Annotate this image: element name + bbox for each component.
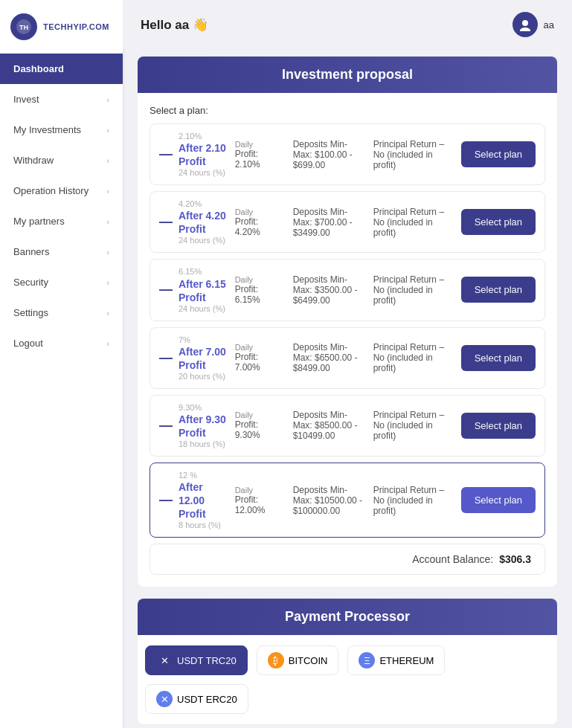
- usdt-trc20-icon: ✕: [156, 652, 173, 669]
- plan-principal: Principal Return – No (included in profi…: [373, 342, 455, 373]
- plan-pct: 12 %: [179, 471, 229, 480]
- sidebar-item-settings[interactable]: Settings ›: [0, 297, 123, 328]
- plan-daily: Daily Profit: 12.00%: [235, 486, 287, 515]
- main-content: Hello aa 👋 aa Investment proposal Select…: [123, 0, 572, 728]
- plan-deposits: Deposits Min- Max: $8500.00 - $10499.00: [293, 410, 367, 441]
- bitcoin-icon: ₿: [268, 652, 284, 669]
- payment-methods: ✕ USDT TRC20 ₿ BITCOIN Ξ ETHEREUM ✕ USDT…: [138, 635, 557, 724]
- plan-pct: 7%: [179, 335, 229, 345]
- plan-hours: 8 hours (%): [179, 521, 229, 529]
- plan-principal: Principal Return – No (included in profi…: [373, 410, 455, 441]
- sidebar-item-my-investments[interactable]: My Investments ›: [0, 115, 123, 145]
- chevron-icon: ›: [106, 95, 109, 104]
- topbar-user: aa: [512, 12, 554, 37]
- chevron-icon: ›: [106, 156, 109, 165]
- sidebar-item-logout[interactable]: Logout ›: [0, 328, 123, 358]
- chevron-icon: ›: [106, 187, 109, 196]
- plan-deposits: Deposits Min- Max: $3500.00 - $6499.00: [293, 274, 367, 306]
- sidebar-logo: TH TECHHYIP.COM: [0, 0, 123, 54]
- plan-hours: 20 hours (%): [179, 372, 229, 381]
- payment-method-usdt-trc20[interactable]: ✕ USDT TRC20: [145, 645, 248, 675]
- sidebar: TH TECHHYIP.COM Dashboard Invest › My In…: [0, 0, 123, 728]
- plan-principal: Principal Return – No (included in profi…: [373, 485, 455, 516]
- sidebar-item-dashboard[interactable]: Dashboard: [0, 54, 123, 84]
- plan-daily: Daily Profit: 6.15%: [235, 275, 287, 305]
- plan-row: — 7% After 7.00 Profit 20 hours (%) Dail…: [150, 327, 545, 389]
- plan-pct: 4.20%: [179, 199, 229, 209]
- plan-row: — 4.20% After 4.20 Profit 24 hours (%) D…: [150, 191, 545, 253]
- chevron-icon: ›: [106, 126, 109, 135]
- payment-method-label: ETHEREUM: [379, 655, 434, 666]
- svg-point-2: [522, 20, 528, 26]
- topbar-greeting: Hello aa 👋: [141, 17, 208, 33]
- account-balance-value: $306.3: [499, 553, 531, 565]
- payment-method-label: USDT ERC20: [177, 694, 237, 705]
- plan-pct: 2.10%: [179, 132, 229, 141]
- plan-info: 9.30% After 9.30 Profit 18 hours (%): [179, 403, 229, 448]
- select-plan-button-3[interactable]: Select plan: [461, 277, 536, 303]
- chevron-icon: ›: [106, 278, 109, 287]
- logo-text: TECHHYIP.COM: [43, 22, 109, 31]
- plan-profit: After 7.00 Profit: [179, 345, 229, 372]
- plan-deposits: Deposits Min- Max: $6500.00 - $8499.00: [293, 342, 367, 373]
- chevron-icon: ›: [106, 339, 109, 348]
- plan-dash: —: [159, 282, 173, 297]
- plan-deposits: Deposits Min- Max: $100.00 - $699.00: [293, 139, 367, 170]
- select-plan-label: Select a plan:: [150, 105, 545, 116]
- select-plan-button-1[interactable]: Select plan: [461, 141, 536, 167]
- payment-method-bitcoin[interactable]: ₿ BITCOIN: [257, 645, 339, 675]
- sidebar-nav: Dashboard Invest › My Investments › With…: [0, 54, 123, 728]
- payment-method-ethereum[interactable]: Ξ ETHEREUM: [347, 645, 445, 675]
- sidebar-item-operation-history[interactable]: Operation History ›: [0, 175, 123, 206]
- plan-daily: Daily Profit: 7.00%: [235, 343, 287, 373]
- svg-text:TH: TH: [19, 24, 28, 31]
- plan-profit: After 2.10 Profit: [179, 141, 229, 168]
- plan-dash: —: [159, 350, 173, 366]
- plan-hours: 24 hours (%): [179, 236, 229, 245]
- payment-method-usdt-erc20[interactable]: ✕ USDT ERC20: [145, 684, 248, 714]
- payment-processor-header: Payment Processor: [138, 599, 557, 635]
- investment-proposal-header: Investment proposal: [138, 57, 557, 93]
- plan-deposits: Deposits Min- Max: $10500.00 - $100000.0…: [293, 485, 367, 516]
- plan-daily: Daily Profit: 9.30%: [235, 410, 287, 440]
- select-plan-button-4[interactable]: Select plan: [461, 345, 536, 371]
- investment-proposal-section: Investment proposal Select a plan: — 2.1…: [138, 57, 557, 587]
- plan-principal: Principal Return – No (included in profi…: [373, 207, 455, 238]
- plan-profit: After 4.20 Profit: [179, 209, 229, 236]
- page-content: Investment proposal Select a plan: — 2.1…: [123, 49, 572, 728]
- ethereum-icon: Ξ: [359, 652, 375, 669]
- user-avatar: [512, 12, 538, 37]
- plan-dash: —: [159, 492, 173, 508]
- select-plan-button-2[interactable]: Select plan: [461, 209, 536, 235]
- plan-dash: —: [159, 418, 173, 434]
- plan-row: — 2.10% After 2.10 Profit 24 hours (%) D…: [150, 123, 545, 185]
- plan-principal: Principal Return – No (included in profi…: [373, 274, 455, 306]
- sidebar-item-invest[interactable]: Invest ›: [0, 84, 123, 115]
- plan-dash: —: [159, 214, 173, 230]
- plan-info: 7% After 7.00 Profit 20 hours (%): [179, 335, 229, 381]
- sidebar-item-banners[interactable]: Banners ›: [0, 236, 123, 267]
- select-plan-button-6[interactable]: Select plan: [461, 487, 536, 513]
- sidebar-item-my-partners[interactable]: My partners ›: [0, 206, 123, 236]
- sidebar-item-withdraw[interactable]: Withdraw ›: [0, 145, 123, 175]
- plan-hours: 18 hours (%): [179, 439, 229, 448]
- plan-profit: After 9.30 Profit: [179, 413, 229, 439]
- account-balance-label: Account Balance:: [412, 553, 493, 565]
- usdt-erc20-icon: ✕: [156, 691, 173, 707]
- plan-info: 12 % After 12.00 Profit 8 hours (%): [179, 471, 229, 529]
- plan-row-highlighted: — 12 % After 12.00 Profit 8 hours (%) Da…: [150, 463, 545, 538]
- plan-deposits: Deposits Min- Max: $700.00 - $3499.00: [293, 207, 367, 238]
- plan-hours: 24 hours (%): [179, 304, 229, 313]
- plan-pct: 9.30%: [179, 403, 229, 413]
- plan-row: — 6.15% After 6.15 Profit 24 hours (%) D…: [150, 259, 545, 320]
- plan-daily: Daily Profit: 4.20%: [235, 207, 287, 237]
- plan-profit: After 6.15 Profit: [179, 277, 229, 304]
- select-plan-button-5[interactable]: Select plan: [461, 413, 536, 439]
- sidebar-item-security[interactable]: Security ›: [0, 267, 123, 297]
- plan-info: 4.20% After 4.20 Profit 24 hours (%): [179, 199, 229, 245]
- chevron-icon: ›: [106, 309, 109, 318]
- investment-proposal-body: Select a plan: — 2.10% After 2.10 Profit…: [138, 93, 557, 587]
- plan-daily: Daily Profit: 2.10%: [235, 140, 287, 170]
- chevron-icon: ›: [106, 217, 109, 226]
- account-balance-row: Account Balance: $306.3: [150, 544, 545, 575]
